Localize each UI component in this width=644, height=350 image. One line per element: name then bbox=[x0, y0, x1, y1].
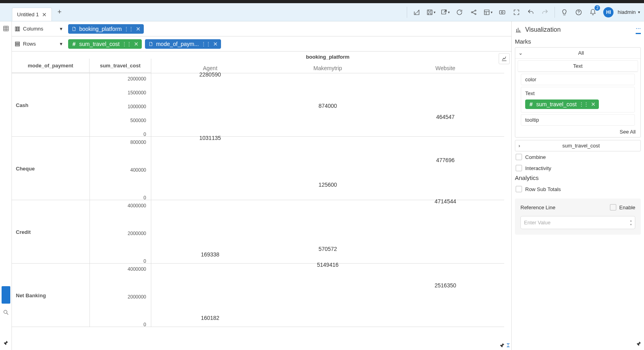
left-rail-active-marker[interactable] bbox=[2, 286, 10, 304]
svg-rect-11 bbox=[15, 27, 17, 31]
share-icon[interactable] bbox=[467, 6, 480, 19]
drag-icon: ⋮⋮ bbox=[124, 26, 133, 32]
visualization-panel: Visualization ⋯ Marks ⌄ All Text color T… bbox=[512, 21, 644, 350]
spinner-icon[interactable]: ▴▾ bbox=[630, 219, 632, 226]
text-mark-type[interactable]: Text bbox=[518, 61, 638, 72]
analytics-title: Analytics bbox=[515, 174, 641, 181]
bar-cell: 160182 bbox=[151, 264, 269, 327]
username[interactable]: hiadmin bbox=[617, 9, 636, 15]
marks-all-header[interactable]: ⌄ All bbox=[515, 48, 640, 59]
chevron-down-icon[interactable]: ▾ bbox=[60, 26, 63, 32]
bar-cell: 4714544 bbox=[387, 200, 504, 263]
add-tab-button[interactable]: + bbox=[54, 8, 65, 16]
plot-area: 1693385705724714544 bbox=[151, 200, 504, 263]
tooltip-shelf[interactable]: tooltip bbox=[521, 114, 635, 126]
column-category: Makemytrip bbox=[269, 63, 387, 74]
pin-icon[interactable] bbox=[499, 342, 505, 349]
bar-cell: 2280590 bbox=[151, 73, 269, 136]
chevron-down-icon[interactable]: ▾ bbox=[638, 10, 640, 14]
measure-accordion[interactable]: ›sum_travel_cost bbox=[515, 140, 641, 151]
center-panel: Columns ▾ booking_platform ⋮⋮ ✕ Rows ▾ #… bbox=[12, 21, 512, 350]
pill-sum-travel-cost[interactable]: # sum_travel_cost ⋮⋮ ✕ bbox=[68, 39, 142, 49]
bar-value: 874000 bbox=[318, 103, 337, 109]
reference-line-section: Reference Line Enable Enter Value ▴▾ bbox=[515, 199, 641, 235]
lightbulb-icon[interactable] bbox=[558, 6, 571, 19]
bar-cell: 570572 bbox=[269, 200, 387, 263]
layout-icon[interactable]: ▾ bbox=[482, 6, 494, 19]
axis-tick: 0 bbox=[143, 132, 146, 137]
bar-value: 477696 bbox=[436, 157, 455, 163]
columns-shelf[interactable]: Columns ▾ booking_platform ⋮⋮ ✕ bbox=[12, 21, 511, 36]
more-icon[interactable]: ⋯ bbox=[636, 25, 641, 34]
axis-tick: 500000 bbox=[130, 118, 146, 123]
close-icon[interactable]: ✕ bbox=[42, 11, 47, 18]
drag-icon: ⋮⋮ bbox=[579, 101, 589, 107]
combine-checkbox[interactable]: Combine bbox=[515, 151, 641, 163]
document-icon bbox=[71, 26, 77, 32]
hourglass-icon[interactable] bbox=[506, 343, 511, 349]
save-icon[interactable]: ▾ bbox=[425, 6, 437, 19]
plot-area: 1031135125600477696 bbox=[151, 137, 504, 200]
chevron-down-icon: ⌄ bbox=[518, 50, 525, 56]
chart-row: Cheque80000040000001031135125600477696 bbox=[12, 137, 504, 200]
pill-booking-platform[interactable]: booking_platform ⋮⋮ ✕ bbox=[68, 24, 144, 34]
svg-rect-12 bbox=[17, 27, 18, 31]
avatar[interactable]: HI bbox=[603, 7, 614, 17]
enable-checkbox[interactable]: Enable bbox=[610, 204, 635, 210]
bar-cell: 1031135 bbox=[151, 137, 269, 200]
svg-rect-5 bbox=[484, 10, 489, 15]
text-shelf[interactable]: Text # sum_travel_cost ⋮⋮ ✕ bbox=[521, 87, 635, 113]
see-all-link[interactable]: See All bbox=[518, 127, 638, 136]
close-icon[interactable]: ✕ bbox=[134, 41, 139, 47]
axis-tick: 2000000 bbox=[128, 294, 146, 300]
row-category: Cash bbox=[16, 102, 29, 108]
chevron-down-icon[interactable]: ▾ bbox=[60, 41, 63, 47]
rows-shelf[interactable]: Rows ▾ # sum_travel_cost ⋮⋮ ✕ mode_of_pa… bbox=[12, 36, 511, 52]
close-icon[interactable]: ✕ bbox=[213, 41, 218, 47]
svg-rect-0 bbox=[427, 10, 432, 15]
notification-icon[interactable] bbox=[587, 6, 599, 19]
chevron-right-icon: › bbox=[518, 143, 525, 149]
chart-icon[interactable] bbox=[410, 6, 423, 19]
row-sub-totals-checkbox[interactable]: Row Sub Totals bbox=[515, 184, 641, 195]
color-shelf[interactable]: color bbox=[521, 74, 635, 85]
bar-value: 160182 bbox=[201, 315, 219, 321]
row-header-measure: sum_travel_cost bbox=[90, 59, 151, 73]
axis-tick: 4000000 bbox=[128, 266, 146, 272]
bar-chart-icon bbox=[515, 26, 522, 33]
interactivity-checkbox[interactable]: Interactivity bbox=[515, 163, 641, 174]
search-icon[interactable] bbox=[1, 308, 11, 317]
bar-value: 1031135 bbox=[199, 135, 221, 141]
axis-tick: 4000000 bbox=[128, 203, 146, 208]
chart-row: Net Banking40000002000000016018251494162… bbox=[12, 264, 504, 327]
bar-cell: 464547 bbox=[387, 73, 504, 136]
plot-area: 16018251494162516350 bbox=[151, 264, 504, 327]
redo-icon[interactable] bbox=[539, 6, 551, 19]
bar-value: 2280590 bbox=[199, 71, 221, 78]
preview-icon[interactable] bbox=[496, 6, 509, 19]
fullscreen-icon[interactable] bbox=[510, 6, 523, 19]
worksheet-tab[interactable]: Untitled 1 ✕ bbox=[12, 8, 52, 21]
pin-icon[interactable] bbox=[1, 338, 11, 348]
bar-cell: 5149416 bbox=[269, 264, 387, 327]
bar-value: 5149416 bbox=[317, 262, 339, 268]
close-icon[interactable]: ✕ bbox=[591, 101, 596, 107]
reference-value-input[interactable]: Enter Value ▴▾ bbox=[520, 216, 635, 229]
grid-icon[interactable] bbox=[1, 24, 11, 33]
toolbar: ▾ ▾ ▾ HI hiadmin ▾ bbox=[405, 6, 640, 19]
left-rail bbox=[0, 21, 12, 350]
undo-icon[interactable] bbox=[524, 6, 537, 19]
bar-cell: 125600 bbox=[269, 137, 387, 200]
export-icon[interactable]: ▾ bbox=[439, 6, 452, 19]
refresh-icon[interactable] bbox=[453, 6, 466, 19]
help-icon[interactable] bbox=[572, 6, 585, 19]
bar-value: 125600 bbox=[318, 182, 337, 188]
bar-value: 464547 bbox=[436, 114, 455, 120]
close-icon[interactable]: ✕ bbox=[136, 26, 141, 32]
pill-text-sum-travel-cost[interactable]: # sum_travel_cost ⋮⋮ ✕ bbox=[525, 99, 599, 109]
pill-mode-of-payment[interactable]: mode_of_paym... ⋮⋮ ✕ bbox=[145, 39, 221, 49]
plot-area: 2280590874000464547 bbox=[151, 73, 504, 136]
pin-icon[interactable] bbox=[636, 341, 642, 348]
svg-rect-13 bbox=[19, 27, 20, 31]
marks-title: Marks bbox=[515, 38, 641, 45]
